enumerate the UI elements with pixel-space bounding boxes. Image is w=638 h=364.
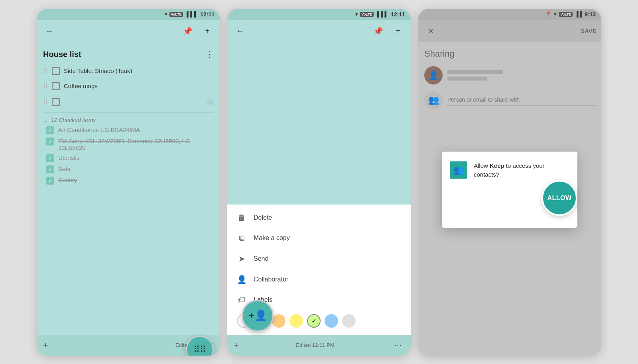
delete-icon: 🗑 [237,213,246,222]
phone2: ▾ VoLTE ▐▐▐ 12:11 ← 📌 + House list ⋮ ⠿ S… [227,9,411,356]
contacts-icon: 👥 [453,165,464,175]
copy-label: Make a copy [254,234,290,242]
bottom-bar-2: + Edited 12:11 PM ⋯ [227,335,411,356]
dialog-app-icon: 👥 [450,161,467,179]
checked-item-5: Cutlery [46,177,214,185]
signal-icon-1: ▐▐▐ [185,11,196,17]
drag-handle-2[interactable]: ⠿ [43,82,48,90]
add-item-button-2[interactable]: + [234,340,239,350]
selected-check: ✓ [311,317,317,325]
avatar-icon: 👤 [429,71,439,80]
group-add-icon: 👥 [428,95,439,105]
time-1: 12:11 [200,11,215,18]
lte-badge-3: VoLTE [559,12,572,17]
list-item-2: ⠿ Coffee mugs [43,81,214,92]
checked-text-3: Utensils [58,154,214,161]
phone1: ▾ VoLTE ▐▐▐ 12:11 ← 📌 + House list ⋮ ⠿ S… [37,9,220,356]
app-name: Keep [490,162,504,169]
note-title-1: House list [43,50,81,59]
time-3: 9:13 [585,11,596,18]
phone3: 📍 ▾ VoLTE ▐▐ 9:13 ✕ SAVE Sharing 👤 👥 [418,9,601,356]
three-dot-menu-1[interactable]: ⋮ [205,49,214,60]
color-gray[interactable] [342,314,356,328]
signal-icon-3: ▐▐ [575,11,582,17]
permission-dialog: 👥 Allow Keep to access your contacts? DE… [442,152,577,228]
list-item-1: ⠿ Side Table: Striado (Teak) [43,65,214,77]
collaborator-icon: 👤 [237,275,246,284]
save-button[interactable]: SAVE [582,25,595,37]
back-button-2[interactable]: ← [234,25,246,37]
add-item-button-1[interactable]: + [43,340,48,350]
lte-badge-1: VoLTE [169,12,183,17]
checkbox-2[interactable] [52,82,60,90]
checked-text-2: TV: Sony KDL-32W700B, Samsung 32H5500, L… [58,138,214,151]
checked-text-5: Cutlery [58,177,214,183]
share-email-input[interactable] [447,94,595,106]
delete-label: Delete [254,214,272,221]
color-green[interactable]: ✓ [307,314,321,328]
drag-handle-3[interactable]: ⠿ [43,98,48,106]
add-collaborator-fab[interactable]: +👤 [242,300,274,332]
status-icons-1: ▾ VoLTE ▐▐▐ 12:11 [165,11,215,18]
pin-icon-1[interactable]: 📌 [181,25,194,37]
status-bar-1: ▾ VoLTE ▐▐▐ 12:11 [37,9,220,20]
toolbar-right-2: 📌 + [372,25,404,37]
color-blue[interactable] [325,314,338,328]
menu-delete[interactable]: 🗑 Delete [227,208,411,228]
remove-btn-3[interactable]: ⓧ [207,97,214,107]
color-yellow[interactable] [289,314,303,328]
close-button[interactable]: ✕ [424,25,437,37]
toolbar-right-1: 📌 + [181,25,214,37]
fab-button-1[interactable]: ⠿⠿ [186,336,214,356]
more-options-2[interactable]: ⋯ [392,339,404,352]
checked-checkbox-3[interactable] [46,154,54,162]
pin-icon-2[interactable]: 📌 [372,25,384,37]
bottom-bar-1: + Edited 12:11 PM ⠿⠿ [37,335,220,356]
fab-icon-1: ⠿⠿ [193,344,206,355]
dialog-button-row: DENY ALLOW [450,187,569,208]
checked-checkbox-2[interactable] [46,138,54,146]
checked-checkbox-4[interactable] [46,165,54,173]
location-icon-3: 📍 [545,11,551,17]
wifi-icon: ▾ [165,11,167,17]
menu-copy[interactable]: ⧉ Make a copy [227,228,411,248]
add-collaborator-icon: +👤 [248,309,267,322]
reminder-icon-1[interactable]: + [201,25,214,37]
labels-icon: 🏷 [237,295,246,305]
info-bar-name [447,70,503,74]
wifi-icon-2: ▾ [355,11,358,17]
checked-items-list: Air Conditioner: LG BSA24IMA TV: Sony KD… [43,126,214,185]
share-input-row: 👥 [424,91,595,109]
back-button-1[interactable]: ← [43,25,56,37]
checked-checkbox-5[interactable] [46,177,54,185]
lte-badge-2: VoLTE [360,12,373,17]
signal-icon-2: ▐▐▐ [376,11,387,17]
checkbox-1[interactable] [52,67,60,75]
checkbox-3[interactable] [52,98,60,106]
user-info-bars [447,70,503,81]
collaborator-label: Collaborator [254,276,288,283]
checked-item-1: Air Conditioner: LG BSA24IMA [46,126,214,134]
checked-item-4: Sofa [46,165,214,173]
sharing-title: Sharing [424,49,595,59]
copy-icon: ⧉ [237,234,246,243]
status-bar-3: 📍 ▾ VoLTE ▐▐ 9:13 [418,9,601,20]
note-content-1: House list ⋮ ⠿ Side Table: Striado (Teak… [37,42,220,335]
item-text-2: Coffee mugs [64,83,214,89]
divider-1 [43,112,214,113]
status-bar-2: ▾ VoLTE ▐▐▐ 12:11 [227,9,411,20]
user-avatar: 👤 [424,66,443,85]
menu-collaborator[interactable]: 👤 Collaborator [227,269,411,290]
existing-user-row: 👤 [424,66,595,85]
menu-send[interactable]: ➤ Send [227,248,411,269]
color-orange[interactable] [272,314,286,328]
checked-checkbox-1[interactable] [46,126,54,134]
drag-handle-1[interactable]: ⠿ [43,67,48,75]
toolbar-2: ← 📌 + [227,20,411,42]
checked-section-header[interactable]: ⌄ 12 Checked items [43,117,214,123]
send-label: Send [254,255,268,262]
allow-button[interactable]: ALLOW [542,180,577,216]
send-icon: ➤ [237,254,246,264]
list-item-3: ⠿ ⓧ [43,96,214,108]
reminder-icon-2[interactable]: + [392,25,404,37]
